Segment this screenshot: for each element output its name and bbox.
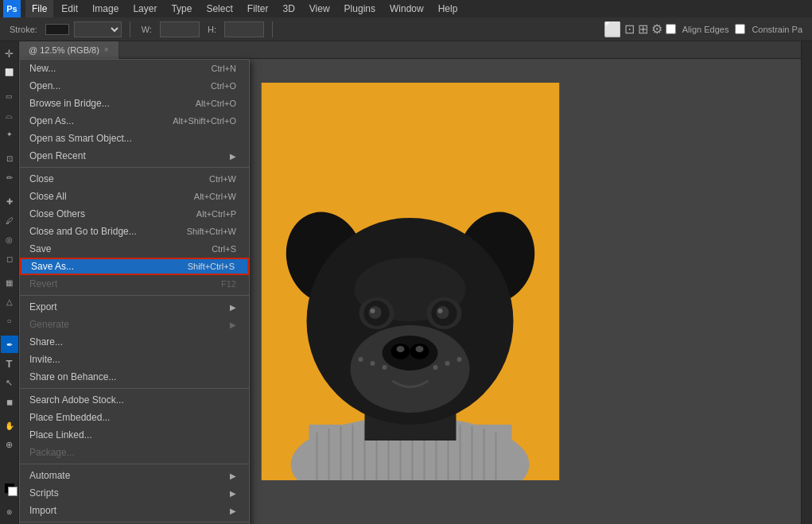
file-browse[interactable]: Browse in Bridge... Alt+Ctrl+O: [20, 95, 249, 112]
menu-type[interactable]: Type: [165, 0, 198, 17]
magic-wand-tool[interactable]: ✦: [1, 126, 18, 143]
file-share-behance[interactable]: Share on Behance...: [20, 368, 249, 386]
file-import[interactable]: Import ▶: [20, 502, 249, 519]
distribute-icon[interactable]: ⊞: [638, 21, 648, 37]
svg-point-29: [415, 346, 423, 352]
import-arrow: ▶: [230, 507, 236, 515]
svg-point-42: [445, 361, 449, 366]
lasso-tool[interactable]: ⌓: [1, 107, 18, 124]
marquee-tool[interactable]: ▭: [1, 87, 18, 105]
move-tool[interactable]: ✛: [1, 45, 18, 62]
menu-filter[interactable]: Filter: [241, 0, 275, 17]
eraser-tool[interactable]: ◻: [1, 250, 18, 267]
menu-help[interactable]: Help: [432, 0, 464, 17]
brush-tool[interactable]: 🖊: [1, 212, 18, 229]
file-close[interactable]: Close Ctrl+W: [20, 170, 249, 188]
file-share-behance-label: Share on Behance...: [29, 371, 116, 382]
file-open-as-shortcut: Alt+Shift+Ctrl+O: [173, 116, 236, 126]
menu-file[interactable]: File: [25, 0, 53, 17]
align-icon[interactable]: ⊡: [624, 21, 635, 37]
file-place-linked[interactable]: Place Linked...: [20, 426, 249, 444]
file-package-label: Package...: [29, 447, 75, 458]
zoom-tool[interactable]: ⊕: [1, 436, 18, 453]
file-open-label: Open...: [29, 80, 60, 91]
file-save-as-shortcut: Shift+Ctrl+S: [188, 262, 235, 271]
file-close-others[interactable]: Close Others Alt+Ctrl+P: [20, 205, 249, 223]
path-ops-icon[interactable]: ⬜: [604, 21, 621, 38]
file-generate-label: Generate: [29, 319, 69, 330]
tab-close-button[interactable]: ×: [104, 45, 109, 54]
file-export-label: Export: [29, 301, 57, 312]
file-open-smart[interactable]: Open as Smart Object...: [20, 130, 249, 147]
w-input[interactable]: [160, 21, 200, 37]
stroke-style-select[interactable]: [74, 21, 122, 37]
path-selection-tool[interactable]: ↖: [1, 374, 18, 391]
menu-3d[interactable]: 3D: [276, 0, 301, 17]
file-generate[interactable]: Generate ▶: [20, 316, 249, 333]
dodge-tool[interactable]: ○: [1, 312, 18, 329]
type-tool[interactable]: T: [1, 355, 18, 372]
file-revert-shortcut: F12: [221, 279, 236, 289]
file-search-stock[interactable]: Search Adobe Stock...: [20, 391, 249, 409]
menu-view[interactable]: View: [303, 0, 336, 17]
artboard-tool[interactable]: ⬜: [1, 64, 18, 81]
file-menu: New... Ctrl+N Open... Ctrl+O Browse in B…: [19, 59, 250, 524]
stroke-preview[interactable]: [45, 24, 69, 35]
file-save-as[interactable]: Save As... Shift+Ctrl+S: [20, 258, 249, 275]
healing-tool[interactable]: ✚: [1, 192, 18, 210]
file-close-all[interactable]: Close All Alt+Ctrl+W: [20, 188, 249, 205]
svg-point-32: [368, 306, 381, 319]
file-new[interactable]: New... Ctrl+N: [20, 60, 249, 77]
eyedropper-tool[interactable]: ✏: [1, 169, 18, 186]
file-open-as-label: Open As...: [29, 115, 74, 126]
menu-select[interactable]: Select: [200, 0, 239, 17]
file-invite-label: Invite...: [29, 354, 60, 365]
hand-tool[interactable]: ✋: [1, 417, 18, 434]
file-save-as-label: Save As...: [31, 261, 74, 272]
menu-plugins[interactable]: Plugins: [338, 0, 382, 17]
blur-tool[interactable]: △: [1, 293, 18, 310]
file-save[interactable]: Save Ctrl+S: [20, 240, 249, 258]
file-revert[interactable]: Revert F12: [20, 275, 249, 293]
file-open[interactable]: Open... Ctrl+O: [20, 77, 249, 95]
gradient-tool[interactable]: ▦: [1, 274, 18, 291]
pug-image: [261, 83, 559, 480]
file-share[interactable]: Share...: [20, 333, 249, 351]
menu-image[interactable]: Image: [86, 0, 125, 17]
menu-edit[interactable]: Edit: [55, 0, 84, 17]
file-invite[interactable]: Invite...: [20, 351, 249, 368]
document-tab[interactable]: @ 12.5% (RGB/8) ×: [19, 41, 119, 59]
right-panel: [801, 41, 812, 524]
file-automate[interactable]: Automate ▶: [20, 467, 249, 484]
file-scripts-label: Scripts: [29, 487, 59, 499]
menu-window[interactable]: Window: [383, 0, 430, 17]
file-place-embedded-label: Place Embedded...: [29, 412, 110, 423]
crop-tool[interactable]: ⊡: [1, 149, 18, 167]
file-close-goto[interactable]: Close and Go to Bridge... Shift+Ctrl+W: [20, 223, 249, 240]
tab-bar: @ 12.5% (RGB/8) ×: [19, 41, 801, 59]
file-place-embedded[interactable]: Place Embedded...: [20, 409, 249, 426]
file-dropdown: New... Ctrl+N Open... Ctrl+O Browse in B…: [19, 59, 250, 524]
clone-tool[interactable]: ◎: [1, 231, 18, 248]
canvas-area: @ 12.5% (RGB/8) ×: [19, 41, 801, 524]
foreground-bg-color[interactable]: [1, 479, 18, 497]
file-export[interactable]: Export ▶: [20, 298, 249, 316]
stroke-label: Stroke:: [6, 23, 41, 36]
separator-4: [20, 464, 249, 464]
menu-layer[interactable]: Layer: [126, 0, 163, 17]
svg-point-41: [433, 365, 437, 370]
constrain-pa-checkbox[interactable]: [735, 24, 745, 34]
file-save-label: Save: [29, 243, 51, 254]
shape-tool[interactable]: ◼: [1, 393, 18, 410]
quick-mask-tool[interactable]: ⊗: [1, 503, 18, 521]
file-close-all-shortcut: Alt+Ctrl+W: [194, 192, 236, 201]
file-open-recent[interactable]: Open Recent ▶: [20, 147, 249, 165]
file-open-as[interactable]: Open As... Alt+Shift+Ctrl+O: [20, 112, 249, 130]
file-package[interactable]: Package...: [20, 444, 249, 461]
h-input[interactable]: [224, 21, 264, 37]
align-edges-checkbox[interactable]: [666, 24, 676, 34]
file-scripts[interactable]: Scripts ▶: [20, 484, 249, 502]
file-close-goto-shortcut: Shift+Ctrl+W: [187, 227, 236, 236]
pen-tool[interactable]: ✒: [1, 336, 18, 353]
settings-icon[interactable]: ⚙: [651, 21, 662, 37]
